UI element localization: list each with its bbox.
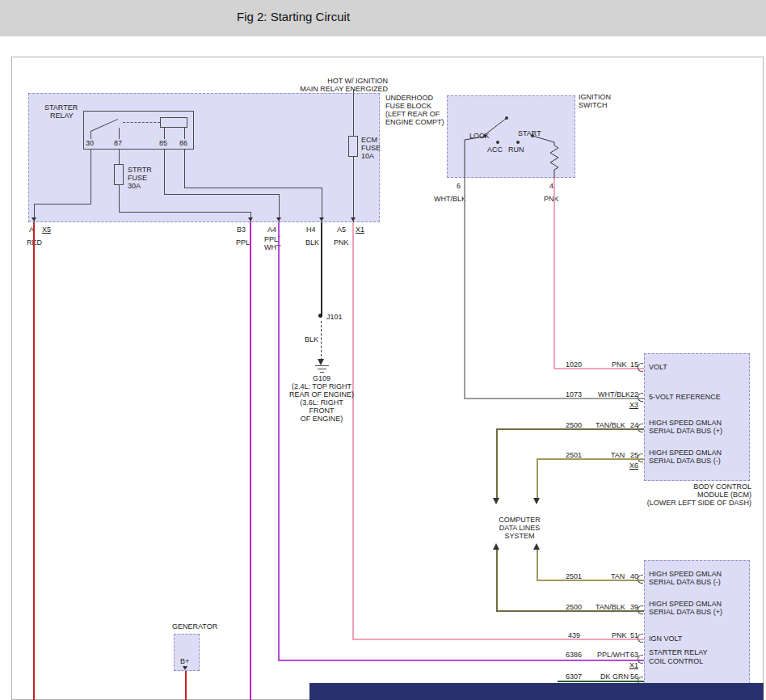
figure-title: Fig 2: Starting Circuit	[237, 10, 350, 23]
strtr-fuse-label: STRTR	[128, 166, 152, 174]
ground-location: (2.4L: TOP RIGHT	[273, 382, 370, 390]
wire-pnk	[553, 178, 555, 368]
relay-pin: 30	[86, 139, 94, 147]
ground-location: REAR OF ENGINE)	[273, 390, 370, 398]
ecm-fuse-symbol	[348, 136, 358, 157]
pin-function: 5-VOLT REFERENCE	[649, 393, 721, 401]
ground-location: (3.6L: RIGHT	[273, 398, 370, 407]
pin-function: IGN VOLT	[649, 635, 682, 643]
pin-connector-arc	[638, 634, 643, 643]
pin-function: HIGH SPEED GMLAN	[649, 419, 722, 427]
connector-id: X6	[629, 462, 638, 470]
circuit-number: 1073	[566, 390, 582, 398]
circuit-number: 6386	[566, 651, 582, 659]
pin-function: SERIAL DATA BUS (+)	[649, 608, 722, 616]
wire-wht-blk	[464, 178, 465, 398]
wire-color-label: DK GRN	[600, 673, 629, 681]
switch-position: ACC	[487, 145, 503, 154]
relay-pin: 86	[179, 139, 187, 147]
fuse-block-name: ENGINE COMPT)	[385, 118, 444, 126]
data-lines-label: SYSTEM	[479, 532, 560, 540]
feed-label: HOT W/ IGNITION	[267, 77, 388, 85]
wire-color-label: TAN/BLK	[596, 421, 625, 429]
fuse-block-internal-wire	[353, 89, 354, 136]
wire-tan-blk	[496, 550, 498, 610]
wire-blk-dashed	[321, 321, 322, 361]
circuit-number: 1020	[566, 361, 582, 369]
wire-color-label: PNK	[612, 361, 627, 369]
fuse-block-internal-wire	[119, 212, 251, 213]
pin-number: 22	[630, 390, 638, 398]
circuit-number: 2500	[566, 421, 582, 429]
relay-contact-line	[164, 128, 165, 139]
bcm-name: BODY CONTROL	[614, 483, 751, 491]
switch-position: RUN	[508, 145, 524, 154]
pin-number: 15	[630, 361, 638, 369]
circuit-number: 6307	[566, 673, 582, 681]
wire-tan	[537, 458, 644, 460]
pin-number: 63	[630, 651, 638, 659]
ground-symbol	[318, 369, 326, 369]
wire-color-label: PNK	[612, 631, 627, 639]
ecm-fuse-label: ECM	[361, 136, 377, 144]
ground-arrow	[318, 359, 324, 365]
wire-red	[185, 671, 187, 700]
pin-function: SERIAL DATA BUS (-)	[649, 457, 721, 465]
wire-color-label: TAN/BLK	[596, 603, 625, 611]
terminal-marker	[248, 217, 253, 221]
relay-contact-line	[184, 128, 185, 139]
ground-symbol	[315, 365, 329, 366]
wire-tan	[537, 458, 538, 500]
circuit-number: 2501	[566, 572, 582, 580]
wire-color-label: WHT/BLK	[598, 390, 630, 398]
pin-function: HIGH SPEED GMLAN	[649, 570, 722, 578]
wire-red	[33, 222, 35, 700]
wire-color-label: PPL/WHT	[597, 651, 629, 659]
terminal-id: 6	[457, 182, 461, 190]
terminal-id: H4	[306, 226, 316, 234]
terminal-id: A4	[267, 226, 276, 234]
ignition-switch-symbol	[447, 95, 575, 178]
terminal-id: B3	[237, 226, 246, 234]
fuse-block-internal-wire	[184, 188, 322, 188]
pin-connector-arc	[638, 655, 643, 664]
terminal-marker	[32, 217, 36, 221]
pin-connector-arc	[638, 363, 643, 372]
bcm-name: MODULE (BCM)	[614, 491, 751, 499]
wire-color-label: PPL	[236, 238, 250, 247]
fuse-block-internal-wire	[90, 150, 91, 204]
fuse-block-internal-wire	[34, 204, 91, 205]
switch-position: START	[518, 129, 541, 137]
strtr-fuse-label: 30A	[128, 182, 141, 190]
relay-coil	[160, 117, 187, 128]
data-lines-label: COMPUTER	[479, 516, 560, 524]
ground-location: OF ENGINE)	[273, 415, 370, 423]
fuse-block-internal-wire	[184, 150, 185, 188]
generator-name: GENERATOR	[172, 622, 217, 630]
fuse-block-internal-wire	[164, 194, 280, 195]
bus-arrow-up	[493, 543, 499, 550]
strtr-fuse-label: FUSE	[128, 174, 147, 182]
connector-id: X1	[356, 226, 364, 234]
bcm-name: (LOWER LEFT SIDE OF DASH)	[614, 499, 751, 507]
circuit-number: 2501	[566, 451, 582, 459]
figure-title-bar: Fig 2: Starting Circuit	[0, 0, 766, 36]
pin-function: COIL CONTROL	[649, 657, 703, 665]
bus-arrow-down	[533, 498, 540, 504]
connector-id: X1	[629, 661, 638, 669]
fuse-block-internal-wire	[164, 150, 165, 194]
pin-function: HIGH SPEED GMLAN	[649, 600, 722, 608]
relay-pin: 87	[114, 139, 122, 147]
terminal-id: A5	[337, 226, 346, 234]
splice-dot	[318, 314, 322, 318]
pin-number: 24	[630, 421, 638, 429]
ignition-switch-name: IGNITION	[579, 93, 611, 101]
switch-position: LOCK	[469, 132, 490, 140]
wire-color-label: BLK	[305, 335, 318, 344]
wire-color-label: BLK	[305, 238, 319, 247]
pin-function: STARTER RELAY	[649, 648, 708, 656]
generator-terminal: B+	[180, 657, 189, 665]
terminal-marker	[319, 217, 324, 221]
ground-id: G109	[273, 374, 370, 382]
circuit-number: 2500	[566, 603, 582, 611]
